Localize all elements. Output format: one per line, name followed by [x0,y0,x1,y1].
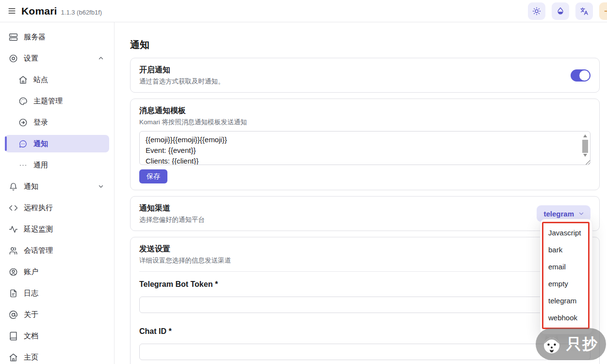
sidebar-item-site[interactable]: 站点 [5,71,109,88]
toggle-knob [579,70,590,81]
channel-option-telegram[interactable]: telegram [541,292,592,309]
app-title: Komari [21,5,57,17]
card-description: 详细设置您选择的信息发送渠道 [139,256,591,265]
sidebar-item-latency-monitor[interactable]: 延迟监测 [5,220,109,238]
chat-bubble-icon [18,139,28,149]
sidebar-item-notify-group[interactable]: 通知 [5,178,109,195]
login-arrow-icon [18,118,28,127]
sidebar-item-notifications[interactable]: 通知 [5,135,109,152]
sidebar-item-label: 通知 [24,182,38,191]
users-icon [9,246,18,255]
selected-channel-label: telegram [543,210,574,218]
sidebar-item-label: 通用 [33,161,48,170]
enable-notifications-card: 开启通知 通过首选方式获取及时通知。 [130,58,600,93]
sidebar-item-theme-management[interactable]: 主题管理 [5,92,109,110]
translate-icon [580,7,589,16]
bell-icon [9,182,18,191]
main-content: 通知 开启通知 通过首选方式获取及时通知。 消息通知模板 Komari 将按照消… [115,22,607,364]
sidebar-item-label: 日志 [24,289,38,298]
notification-template-input[interactable]: {{emoji}}{{emoji}}{{emoji}} Event: {{eve… [139,131,591,165]
message-template-card: 消息通知模板 Komari 将按照消息通知模板发送通知 {{emoji}}{{e… [130,99,600,190]
logout-icon [604,7,607,16]
account-button[interactable] [599,2,607,20]
scroll-down-arrow-icon[interactable] [583,154,587,157]
ellipsis-icon [18,161,28,170]
channel-option-bark[interactable]: bark [541,241,592,258]
disc-icon [9,54,18,63]
card-title: 发送设置 [139,244,591,254]
light-theme-button[interactable] [528,2,545,20]
sidebar-item-account[interactable]: 账户 [5,263,109,281]
sidebar-item-label: 会话管理 [24,246,53,255]
card-description: 选择您偏好的通知平台 [139,215,205,224]
sidebar-item-label: 设置 [24,54,38,63]
scroll-up-arrow-icon[interactable] [583,134,587,137]
sidebar: 服务器 设置 站点 主题管理 登录 通知 通用 通知 [0,22,115,364]
channel-dropdown-menu: Javascript bark email empty telegram web… [540,219,592,334]
home-icon [18,75,28,84]
at-sign-icon [9,310,18,319]
droplet-icon [556,7,565,16]
language-button[interactable] [575,2,593,20]
sidebar-item-settings[interactable]: 设置 [5,50,109,67]
sidebar-item-servers[interactable]: 服务器 [5,28,109,46]
sidebar-item-login[interactable]: 登录 [5,114,109,131]
channel-option-empty[interactable]: empty [541,275,592,292]
channel-option-email[interactable]: email [541,258,592,275]
card-title: 开启通知 [139,65,225,75]
home-icon [9,353,18,362]
sidebar-item-general[interactable]: 通用 [5,156,109,174]
enable-notifications-toggle[interactable] [571,69,591,82]
sidebar-item-label: 站点 [33,75,48,84]
chat-id-input[interactable] [139,344,591,360]
sidebar-item-remote-execution[interactable]: 远程执行 [5,199,109,216]
topbar-actions [528,2,607,20]
channel-option-javascript[interactable]: Javascript [541,224,592,241]
card-title: 消息通知模板 [139,105,591,116]
divider [139,271,591,272]
sidebar-item-label: 关于 [24,310,38,319]
sidebar-item-label: 文档 [24,331,38,341]
sidebar-item-label: 主页 [24,353,38,362]
sidebar-item-label: 账户 [24,267,38,277]
card-description: 通过首选方式获取及时通知。 [139,77,225,86]
page-title: 通知 [130,38,600,51]
chevron-up-icon [98,55,104,62]
sidebar-item-label: 延迟监测 [24,225,53,234]
file-text-icon [9,289,18,298]
sidebar-item-logs[interactable]: 日志 [5,284,109,302]
palette-icon [18,97,28,106]
sidebar-item-label: 登录 [33,118,48,127]
sidebar-item-docs[interactable]: 文档 [5,327,109,345]
bot-token-label: Telegram Bot Token * [139,280,591,289]
scrollbar-thumb[interactable] [582,140,588,153]
sidebar-item-label: 服务器 [24,33,46,42]
code-icon [9,203,18,213]
watermark-text: 只抄 [566,334,598,354]
channel-option-webhook[interactable]: webhook [541,309,592,326]
sidebar-item-about[interactable]: 关于 [5,306,109,323]
chat-id-label: Chat ID * [139,327,591,336]
user-circle-icon [9,267,18,277]
card-description: Komari 将按照消息通知模板发送通知 [139,118,591,127]
sun-icon [532,7,541,16]
sidebar-item-session-management[interactable]: 会话管理 [5,242,109,259]
notification-channel-card: 通知渠道 选择您偏好的通知平台 telegram [130,196,600,231]
textarea-scrollbar[interactable] [582,132,589,164]
watermark: 只抄 [536,328,606,360]
sidebar-item-home[interactable]: 主页 [5,348,109,364]
chevron-down-icon [98,183,104,190]
hamburger-menu-icon[interactable] [5,4,18,18]
bot-token-input[interactable] [139,297,591,313]
save-button[interactable]: 保存 [139,169,167,183]
topbar: Komari 1.1.3 (b62fb1f) [0,0,607,22]
template-text: {{emoji}}{{emoji}}{{emoji}} Event: {{eve… [140,132,590,165]
color-theme-button[interactable] [552,2,569,20]
husky-logo-icon [540,332,563,356]
send-settings-card: 发送设置 详细设置您选择的信息发送渠道 Telegram Bot Token *… [130,237,600,364]
chevron-down-icon [578,210,585,217]
sidebar-item-label: 通知 [33,139,48,149]
server-icon [9,33,18,42]
version-label: 1.1.3 (b62fb1f) [61,6,102,16]
card-title: 通知渠道 [139,203,205,214]
